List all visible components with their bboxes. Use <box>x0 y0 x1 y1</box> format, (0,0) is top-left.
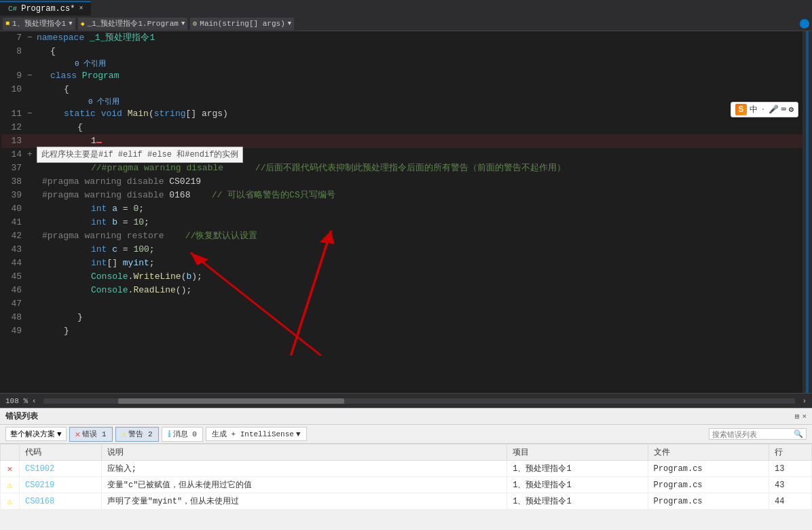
code-content[interactable]: 7 − namespace _1_预处理指令1 8 { 0 个引用 <box>0 31 802 393</box>
info-filter-btn[interactable]: ℹ 消息 0 <box>162 427 203 442</box>
error-table-container[interactable]: 代码 说明 项目 文件 行 ✕ CS1002 应输入; 1、预处理指令1 Pro… <box>0 444 812 530</box>
expand-7[interactable]: − <box>27 31 37 45</box>
code-line-41: 41 int b = 10; <box>1 216 802 229</box>
row-line-3: 44 <box>769 493 812 510</box>
col-project[interactable]: 项目 <box>507 444 648 461</box>
scroll-right-btn[interactable]: › <box>802 397 807 405</box>
code-line-8: 8 { <box>1 45 802 58</box>
table-row[interactable]: ⚠ CS0219 变量"c"已被赋值，但从未使用过它的值 1、预处理指令1 Pr… <box>1 477 812 493</box>
ime-dot: · <box>760 105 765 115</box>
error-panel-close[interactable]: × <box>802 413 807 421</box>
zoom-level: 108 % <box>5 397 28 405</box>
row-project-1: 1、预处理指令1 <box>507 461 648 477</box>
ime-keyboard-icon[interactable]: ⌨ <box>781 105 786 115</box>
ime-mode-label[interactable]: 中 <box>750 104 758 115</box>
error-toolbar: 整个解决方案 ▼ ✕ 错误 1 ⚠ 警告 2 ℹ 消息 0 生成 + Intel… <box>0 425 812 444</box>
ref-count-main: 0 个引用 <box>1 96 802 107</box>
error-table: 代码 说明 项目 文件 行 ✕ CS1002 应输入; 1、预处理指令1 Pro… <box>0 444 812 510</box>
row-desc-3: 声明了变量"myint"，但从未使用过 <box>101 493 507 510</box>
build-chevron: ▼ <box>296 430 301 438</box>
nav-dropdown-1-chevron: ▼ <box>69 20 72 27</box>
code-line-10: 10 { <box>1 83 802 96</box>
filter-label: 整个解决方案 <box>10 429 55 439</box>
nav-right-indicator <box>800 19 809 29</box>
error-icon: ✕ <box>75 429 81 440</box>
tab-bar: C# Program.cs* × <box>0 0 812 16</box>
row-code-1: CS1002 <box>20 461 102 477</box>
nav-dropdown-2-label: _1_预处理指令1.Program <box>88 18 179 29</box>
tab-icon: C# <box>8 5 17 13</box>
code-line-11: 11 − static void Main(string[] args) <box>1 107 802 121</box>
code-line-39: 39 #pragma warning disable 0168 // 可以省略警… <box>1 189 802 202</box>
error-search-input[interactable] <box>712 430 794 438</box>
warning-filter-btn[interactable]: ⚠ 警告 2 <box>115 427 159 442</box>
filter-dropdown[interactable]: 整个解决方案 ▼ <box>5 427 67 441</box>
col-file[interactable]: 文件 <box>648 444 769 461</box>
row-file-1: Program.cs <box>648 461 769 477</box>
error-panel: 错误列表 ⊞ × 整个解决方案 ▼ ✕ 错误 1 ⚠ 警告 2 <box>0 408 812 530</box>
error-search-box[interactable]: 🔍 <box>709 428 807 440</box>
row-desc-1: 应输入; <box>101 461 507 477</box>
minimap-indicator <box>806 31 809 393</box>
row-icon-2: ⚠ <box>1 477 20 493</box>
filter-chevron: ▼ <box>57 430 62 438</box>
error-count-label: 错误 1 <box>82 429 106 439</box>
row-file-2: Program.cs <box>648 477 769 493</box>
main-window: C# Program.cs* × ■ 1、预处理指令1 ▼ ◆ _1_预处理指令… <box>0 0 812 530</box>
nav-dropdown-3[interactable]: ⚙ Main(string[] args) ▼ <box>190 18 294 30</box>
code-line-14: 14 + 此程序块主要是#if #elif #else 和#endif的实例 <box>1 148 802 162</box>
row-line-2: 43 <box>769 477 812 493</box>
warning-count-label: 警告 2 <box>128 429 152 439</box>
row-desc-2: 变量"c"已被赋值，但从未使用过它的值 <box>101 477 507 493</box>
code-line-9: 9 − class Program <box>1 69 802 83</box>
table-row[interactable]: ✕ CS1002 应输入; 1、预处理指令1 Program.cs 13 <box>1 461 812 477</box>
scroll-left-btn[interactable]: ‹ <box>32 397 37 405</box>
col-desc[interactable]: 说明 <box>101 444 507 461</box>
row-code-3: CS0168 <box>20 493 102 510</box>
row-project-2: 1、预处理指令1 <box>507 477 648 493</box>
code-line-46: 46 Console.ReadLine(); <box>1 284 802 297</box>
tab-label: Program.cs* <box>21 4 75 14</box>
build-label: 生成 + IntelliSense <box>212 429 294 439</box>
ime-mic-icon[interactable]: 🎤 <box>769 105 779 115</box>
row-icon-3: ⚠ <box>1 493 20 510</box>
expand-11[interactable]: − <box>27 107 37 121</box>
expand-9[interactable]: − <box>27 69 37 83</box>
ime-toolbar[interactable]: S 中 · 🎤 ⌨ ⚙ <box>731 102 798 117</box>
build-dropdown-btn[interactable]: 生成 + IntelliSense ▼ <box>206 427 307 441</box>
error-panel-pin[interactable]: ⊞ <box>795 412 800 421</box>
code-line-7: 7 − namespace _1_预处理指令1 <box>1 31 802 45</box>
code-line-44: 44 int[] myint; <box>1 257 802 270</box>
col-line[interactable]: 行 <box>769 444 812 461</box>
expand-14[interactable]: + <box>27 148 37 162</box>
nav-dropdown-1[interactable]: ■ 1、预处理指令1 ▼ <box>3 18 75 30</box>
row-code-2: CS0219 <box>20 477 102 493</box>
nav-dropdown-3-chevron: ▼ <box>288 20 291 27</box>
info-count-label: 消息 0 <box>173 429 197 439</box>
ref-count-class: 0 个引用 <box>1 58 802 69</box>
sogou-logo: S <box>735 104 748 115</box>
error-table-body: ✕ CS1002 应输入; 1、预处理指令1 Program.cs 13 ⚠ C… <box>1 461 812 510</box>
col-icon[interactable] <box>1 444 20 461</box>
nav-dropdown-2[interactable]: ◆ _1_预处理指令1.Program ▼ <box>78 18 188 30</box>
nav-dropdown-3-label: Main(string[] args) <box>200 20 284 28</box>
h-scroll-track[interactable] <box>43 398 796 404</box>
error-panel-header: 错误列表 ⊞ × <box>0 409 812 425</box>
code-line-12: 12 { <box>1 121 802 134</box>
nav-icon-3: ⚙ <box>193 20 197 28</box>
error-filter-btn[interactable]: ✕ 错误 1 <box>69 427 113 442</box>
ime-settings-icon[interactable]: ⚙ <box>789 105 794 115</box>
nav-dropdown-1-label: 1、预处理指令1 <box>12 18 66 29</box>
tab-close-button[interactable]: × <box>79 5 83 12</box>
table-row[interactable]: ⚠ CS0168 声明了变量"myint"，但从未使用过 1、预处理指令1 Pr… <box>1 493 812 510</box>
code-line-49: 49 } <box>1 324 802 338</box>
code-line-45: 45 Console.WriteLine(b); <box>1 270 802 284</box>
nav-dropdown-2-chevron: ▼ <box>181 20 185 27</box>
col-code[interactable]: 代码 <box>20 444 102 461</box>
minimap-scrollbar[interactable] <box>802 31 812 393</box>
code-line-48: 48 } <box>1 311 802 324</box>
nav-icon-2: ◆ <box>81 20 85 28</box>
error-panel-title: 错误列表 <box>5 411 38 422</box>
search-icon: 🔍 <box>794 430 803 438</box>
file-tab[interactable]: C# Program.cs* × <box>0 1 91 16</box>
